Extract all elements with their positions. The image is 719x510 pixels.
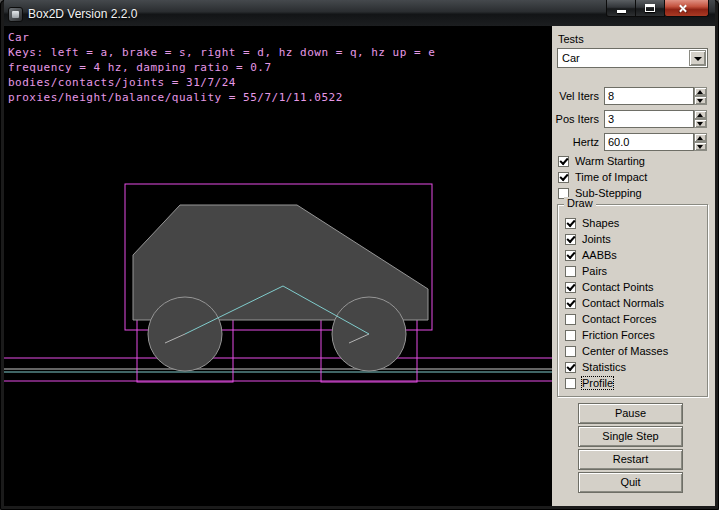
close-button[interactable]: [665, 0, 709, 17]
draw-group-title: Draw: [564, 197, 596, 209]
hertz-label: Hertz: [552, 133, 599, 151]
quit-button[interactable]: Quit: [578, 472, 683, 493]
checkbox-label: Joints: [582, 233, 611, 245]
tests-dropdown-button[interactable]: [689, 50, 706, 66]
checkbox-label: Profile: [582, 377, 613, 389]
window-controls: [606, 0, 709, 17]
checkbox-friction-forces[interactable]: Friction Forces: [565, 328, 655, 342]
app-window: Box2D Version 2.2.0: [0, 0, 719, 510]
vel-iters-row: Vel Iters 8: [552, 87, 715, 105]
checkbox-box: [565, 298, 576, 309]
checkbox-label: Friction Forces: [582, 329, 655, 341]
checkbox-box: [565, 346, 576, 357]
spinner-down-button[interactable]: [694, 96, 707, 105]
checkbox-box: [565, 282, 576, 293]
pos-iters-label: Pos Iters: [552, 110, 599, 128]
arrow-down-icon: [697, 145, 703, 149]
maximize-button[interactable]: [636, 0, 665, 17]
window-title: Box2D Version 2.2.0: [28, 7, 137, 21]
checkbox-label: Warm Starting: [575, 155, 645, 167]
minimize-icon: [617, 10, 626, 13]
checkbox-contact-normals[interactable]: Contact Normals: [565, 296, 664, 310]
checkbox-label: Center of Masses: [582, 345, 668, 357]
checkbox-pairs[interactable]: Pairs: [565, 264, 607, 278]
pos-iters-spinner: [694, 110, 707, 128]
debug-text-line: frequency = 4 hz, damping ratio = 0.7: [8, 61, 272, 74]
checkbox-box: [558, 172, 569, 183]
checkbox-center-of-masses[interactable]: Center of Masses: [565, 344, 668, 358]
checkbox-box: [565, 266, 576, 277]
spinner-down-button[interactable]: [694, 142, 707, 151]
checkbox-box: [565, 250, 576, 261]
spinner-down-button[interactable]: [694, 119, 707, 128]
checkbox-box: [565, 314, 576, 325]
draw-group: Draw Shapes Joints AABBs Pairs: [557, 204, 708, 397]
pos-iters-row: Pos Iters 3: [552, 110, 715, 128]
pos-iters-input[interactable]: 3: [604, 110, 694, 128]
checkbox-label: Shapes: [582, 217, 619, 229]
hertz-spinner: [694, 133, 707, 151]
checkbox-box: [565, 330, 576, 341]
checkbox-label: Pairs: [582, 265, 607, 277]
checkbox-time-of-impact[interactable]: Time of Impact: [558, 170, 647, 184]
debug-text-line: Keys: left = a, brake = s, right = d, hz…: [8, 46, 435, 59]
restart-button[interactable]: Restart: [578, 449, 683, 470]
tests-dropdown[interactable]: Car: [557, 48, 708, 68]
tests-dropdown-value: Car: [558, 49, 707, 67]
spinner-up-button[interactable]: [694, 133, 707, 142]
arrow-down-icon: [697, 99, 703, 103]
checkbox-label: Contact Normals: [582, 297, 664, 309]
checkbox-box: [565, 218, 576, 229]
checkbox-warm-starting[interactable]: Warm Starting: [558, 154, 645, 168]
arrow-down-icon: [697, 122, 703, 126]
checkbox-aabbs[interactable]: AABBs: [565, 248, 617, 262]
vel-iters-input[interactable]: 8: [604, 87, 694, 105]
checkbox-profile[interactable]: Profile: [565, 376, 613, 390]
pause-button[interactable]: Pause: [578, 403, 683, 424]
hertz-row: Hertz 60.0: [552, 133, 715, 151]
maximize-icon: [645, 4, 655, 12]
checkbox-box: [558, 156, 569, 167]
checkbox-contact-points[interactable]: Contact Points: [565, 280, 654, 294]
checkbox-joints[interactable]: Joints: [565, 232, 611, 246]
tests-label: Tests: [558, 33, 584, 45]
checkbox-label: Contact Forces: [582, 313, 657, 325]
checkbox-statistics[interactable]: Statistics: [565, 360, 626, 374]
checkbox-box: [565, 362, 576, 373]
checkbox-box: [565, 234, 576, 245]
checkbox-contact-forces[interactable]: Contact Forces: [565, 312, 657, 326]
checkbox-shapes[interactable]: Shapes: [565, 216, 619, 230]
spinner-up-button[interactable]: [694, 87, 707, 96]
app-icon: [8, 7, 23, 22]
titlebar[interactable]: Box2D Version 2.2.0: [4, 0, 715, 26]
checkbox-box: [565, 378, 576, 389]
hertz-input[interactable]: 60.0: [604, 133, 694, 151]
minimize-button[interactable]: [606, 0, 636, 17]
arrow-up-icon: [697, 90, 703, 94]
vel-iters-spinner: [694, 87, 707, 105]
spinner-up-button[interactable]: [694, 110, 707, 119]
single-step-button[interactable]: Single Step: [578, 426, 683, 447]
debug-text-line: Car: [8, 31, 29, 44]
simulation-viewport[interactable]: Car Keys: left = a, brake = s, right = d…: [4, 26, 552, 506]
arrow-up-icon: [697, 113, 703, 117]
checkbox-label: AABBs: [582, 249, 617, 261]
checkbox-label: Time of Impact: [575, 171, 647, 183]
debug-text-line: bodies/contacts/joints = 31/7/24: [8, 76, 236, 89]
arrow-up-icon: [697, 136, 703, 140]
chevron-down-icon: [694, 57, 702, 61]
checkbox-label: Statistics: [582, 361, 626, 373]
debug-text-line: proxies/height/balance/quality = 55/7/1/…: [8, 91, 343, 104]
vel-iters-label: Vel Iters: [552, 87, 599, 105]
checkbox-label: Contact Points: [582, 281, 654, 293]
control-panel: Tests Car Vel Iters 8 Pos Iters 3: [552, 26, 715, 506]
